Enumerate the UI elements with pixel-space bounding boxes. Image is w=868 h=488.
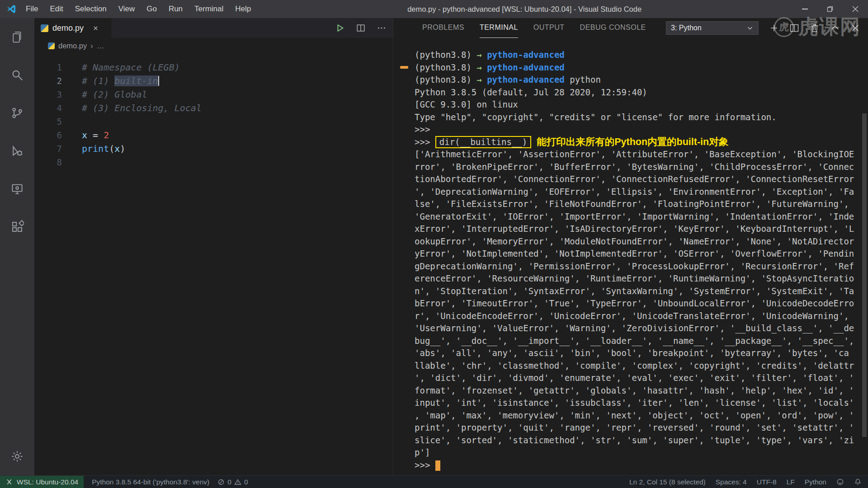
window-controls [792, 0, 868, 18]
split-editor-button[interactable] [356, 23, 366, 33]
terminal-line: (python3.8) → python-advanced [415, 61, 868, 74]
menu-view[interactable]: View [113, 0, 141, 18]
breadcrumb-file[interactable]: demo.py [58, 42, 87, 50]
breadcrumb-symbol[interactable]: … [97, 42, 104, 50]
menubar: FileEditSelectionViewGoRunTerminalHelp [20, 0, 257, 18]
menu-selection[interactable]: Selection [69, 0, 113, 18]
terminal-line: lse', 'FileExistsError', 'FileNotFoundEr… [415, 198, 868, 211]
terminal-line: (python3.8) → python-advanced [415, 49, 868, 61]
terminal-line: >>> [415, 123, 868, 136]
menu-terminal[interactable]: Terminal [189, 0, 229, 18]
breadcrumb[interactable]: demo.py › … [34, 38, 393, 53]
sidebar-item-source-control[interactable] [0, 94, 34, 132]
menu-go[interactable]: Go [141, 0, 163, 18]
maximize-panel-button[interactable] [830, 23, 840, 33]
code-line: 3# (2) Global [34, 88, 393, 101]
terminal-line: >>> [415, 459, 868, 472]
run-python-file-button[interactable] [335, 23, 345, 33]
tab-close-button[interactable] [92, 25, 99, 32]
terminal-line: [GCC 9.3.0] on linux [415, 99, 868, 111]
terminal-line: ', 'DeprecationWarning', 'EOFError', 'El… [415, 186, 868, 198]
terminal-line: yError', 'NotImplemented', 'NotImplement… [415, 248, 868, 260]
terminal-line: , 'map', 'max', 'memoryview', 'min', 'ne… [415, 409, 868, 422]
split-terminal-button[interactable] [789, 23, 800, 33]
panel-actions [769, 23, 861, 33]
terminal-line: r', 'UnicodeEncodeError', 'UnicodeError'… [415, 310, 868, 323]
vscode-window: FileEditSelectionViewGoRunTerminalHelp d… [0, 0, 868, 488]
remote-indicator[interactable]: WSL: Ubuntu-20.04 [0, 476, 84, 488]
more-actions-button[interactable] [377, 23, 387, 33]
terminal-line: n', 'StopIteration', 'SyntaxError', 'Syn… [415, 285, 868, 298]
terminal-line: ookupError', 'MemoryError', 'ModuleNotFo… [415, 235, 868, 248]
terminal-line: (python3.8) → python-advanced python [415, 74, 868, 86]
terminal-line: Type "help", "copyright", "credits" or "… [415, 111, 868, 124]
terminal-line: bError', 'TimeoutError', 'True', 'TypeEr… [415, 297, 868, 310]
titlebar: FileEditSelectionViewGoRunTerminalHelp d… [0, 0, 868, 18]
problems-status[interactable]: 0 0 [217, 478, 248, 486]
menu-edit[interactable]: Edit [44, 0, 69, 18]
activity-bar [0, 18, 34, 475]
terminal-line: gDeprecationWarning', 'PermissionError',… [415, 260, 868, 273]
indentation-status[interactable]: Spaces: 4 [716, 478, 747, 486]
panel-tab-output[interactable]: OUTPUT [533, 18, 565, 38]
code-area[interactable]: 1# Namespace (LEGB)2# (1) built-in3# (2)… [34, 53, 393, 169]
terminal-line: xError', 'InterruptedError', 'IsADirecto… [415, 223, 868, 235]
terminal-line: p'] [415, 446, 868, 459]
settings-button[interactable] [0, 437, 34, 475]
remote-explorer-icon [10, 182, 24, 196]
terminal-scrollbar[interactable] [862, 113, 867, 437]
vscode-logo-icon [6, 4, 16, 14]
panel-tab-debug-console[interactable]: DEBUG CONSOLE [580, 18, 646, 38]
terminal-line: print', 'property', 'quit', 'range', 're… [415, 422, 868, 434]
panel: PROBLEMSTERMINALOUTPUTDEBUG CONSOLE 3: P… [393, 18, 868, 475]
feedback-icon[interactable] [836, 478, 844, 486]
terminal-line: ['ArithmeticError', 'AssertionError', 'A… [415, 148, 868, 161]
editor-group: demo.py demo.py › … 1# Namespace (LEGB)2… [34, 18, 393, 475]
status-bar-right: Ln 2, Col 15 (8 selected) Spaces: 4 UTF-… [629, 478, 868, 486]
terminal-selector-dropdown[interactable]: 3: Python [666, 21, 759, 35]
warning-count: 0 [244, 478, 248, 486]
close-window-button[interactable] [843, 0, 868, 18]
bell-icon[interactable] [854, 478, 862, 486]
sidebar-item-search[interactable] [0, 56, 34, 94]
sidebar-item-remote-explorer[interactable] [0, 170, 34, 208]
terminal-line: format', 'frozenset', 'getattr', 'global… [415, 385, 868, 397]
search-icon [10, 68, 24, 82]
encoding-status[interactable]: UTF-8 [757, 478, 777, 486]
panel-tab-problems[interactable]: PROBLEMS [422, 18, 464, 38]
close-icon [92, 25, 99, 32]
close-panel-button[interactable] [850, 23, 861, 33]
terminal[interactable]: (python3.8) → python-advanced(python3.8)… [393, 38, 868, 475]
sidebar-item-run-and-debug[interactable] [0, 132, 34, 170]
interpreter-label: Python 3.8.5 64-bit ('python3.8': venv) [92, 478, 209, 486]
kill-terminal-button[interactable] [809, 23, 820, 33]
code-line: 4# (3) Enclosing, Local [34, 101, 393, 115]
window-title: demo.py - python-advanced [WSL: Ubuntu-2… [257, 5, 792, 14]
gear-icon [10, 450, 24, 463]
eol-status[interactable]: LF [787, 478, 795, 486]
sidebar-item-explorer[interactable] [0, 18, 34, 56]
tab-demo-py[interactable]: demo.py [34, 18, 112, 38]
restore-button[interactable] [817, 0, 843, 18]
sidebar-item-extensions[interactable] [0, 208, 34, 246]
restore-icon [827, 6, 833, 12]
new-terminal-button[interactable] [769, 23, 779, 33]
run-debug-icon [10, 144, 24, 158]
cursor-position-status[interactable]: Ln 2, Col 15 (8 selected) [629, 478, 706, 486]
explorer-icon [10, 30, 24, 44]
code-line: 6x = 2 [34, 128, 393, 142]
menu-help[interactable]: Help [229, 0, 257, 18]
terminal-selector-value: 3: Python [671, 24, 702, 32]
menu-run[interactable]: Run [163, 0, 189, 18]
python-interpreter-status[interactable]: Python 3.8.5 64-bit ('python3.8': venv) [92, 478, 209, 486]
panel-tab-terminal[interactable]: TERMINAL [480, 18, 518, 38]
remote-icon [5, 478, 13, 486]
minimize-button[interactable] [792, 0, 817, 18]
terminal-line: 'GeneratorExit', 'IOError', 'ImportError… [415, 211, 868, 223]
tab-bar: demo.py [34, 18, 393, 38]
menu-file[interactable]: File [20, 0, 44, 18]
code-line: 1# Namespace (LEGB) [34, 61, 393, 74]
code-line: 2# (1) built-in [34, 74, 393, 88]
python-file-icon [41, 24, 48, 32]
language-mode-status[interactable]: Python [805, 478, 826, 486]
